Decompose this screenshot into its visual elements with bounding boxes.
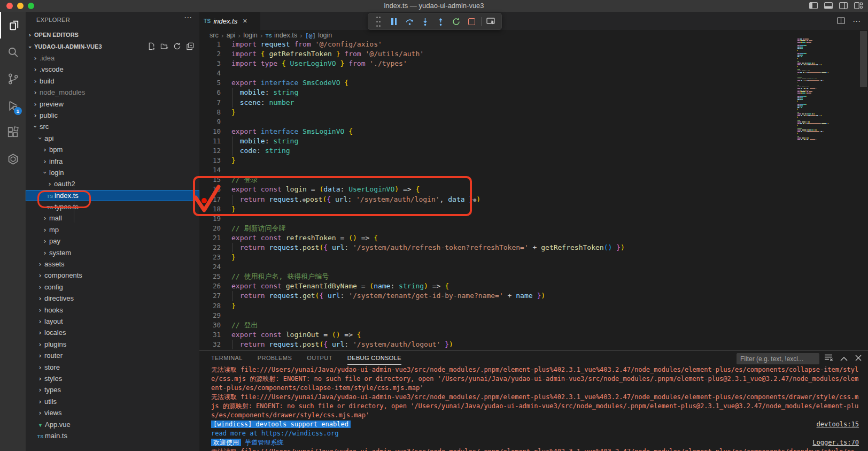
tree-item-layout[interactable]: ›layout <box>26 316 199 327</box>
tab-index-ts[interactable]: TS index.ts × <box>199 12 260 30</box>
tree-item-router[interactable]: ›router <box>26 350 199 361</box>
minimap[interactable] <box>797 39 828 141</box>
tree-item-src[interactable]: ›src <box>26 121 199 132</box>
line-number[interactable]: 30 <box>199 320 221 330</box>
tree-item--vscode[interactable]: ›.vscode <box>26 64 199 75</box>
activity-chatgpt-icon[interactable] <box>0 146 26 172</box>
line-number[interactable]: 20 <box>199 224 221 233</box>
tree-item-config[interactable]: ›config <box>26 281 199 293</box>
tree-item--idea[interactable]: ›.idea <box>26 52 199 64</box>
breadcrumb-item-src[interactable]: src <box>210 32 219 39</box>
line-number[interactable]: 13 <box>199 156 221 165</box>
line-number[interactable]: 26 <box>199 281 221 291</box>
toggle-sidebar-icon[interactable] <box>809 2 818 9</box>
line-number[interactable]: 12 <box>199 146 221 156</box>
tree-item-oauth2[interactable]: ›oauth2 <box>26 178 199 189</box>
close-tab-icon[interactable]: × <box>243 17 247 25</box>
restart-icon[interactable] <box>450 16 462 27</box>
line-number[interactable]: 6 <box>199 88 221 97</box>
more-actions-icon[interactable]: ⋯ <box>184 13 192 22</box>
line-number[interactable]: 28 <box>199 301 221 311</box>
tree-item-App-vue[interactable]: ▼App.vue <box>26 419 199 430</box>
activity-run-debug-icon[interactable]: 1 <box>0 92 26 119</box>
line-number[interactable]: 8 <box>199 108 221 117</box>
tree-item-infra[interactable]: ›infra <box>26 156 199 167</box>
breadcrumb-item-login[interactable]: login <box>243 32 257 39</box>
pause-icon[interactable] <box>388 16 400 27</box>
line-number[interactable]: 10 <box>199 127 221 136</box>
tree-item-assets[interactable]: ›assets <box>26 258 199 270</box>
tree-item-index-ts[interactable]: TSindex.ts <box>26 190 199 201</box>
project-root-section[interactable]: ›YUDAO-UI-ADMIN-VUE3 <box>26 41 199 52</box>
stop-icon[interactable] <box>466 16 477 27</box>
line-number[interactable]: 1 <box>199 40 221 49</box>
breakpoint-dot[interactable] <box>201 198 207 203</box>
split-editor-icon[interactable] <box>837 17 845 26</box>
tree-item-types[interactable]: ›types <box>26 384 199 395</box>
customize-layout-icon[interactable] <box>854 2 863 9</box>
activity-source-control-icon[interactable] <box>0 65 26 92</box>
activity-search-icon[interactable] <box>0 39 26 65</box>
tree-item-components[interactable]: ›components <box>26 270 199 281</box>
line-number[interactable]: 25 <box>199 272 221 281</box>
new-folder-icon[interactable] <box>160 42 168 50</box>
line-number[interactable]: 24 <box>199 262 221 272</box>
line-number[interactable]: 27 <box>199 291 221 301</box>
tree-item-bpm[interactable]: ›bpm <box>26 144 199 155</box>
step-into-icon[interactable] <box>419 16 431 27</box>
editor-scrollbar[interactable] <box>860 31 867 87</box>
editor-more-actions-icon[interactable]: ⋯ <box>852 17 861 26</box>
line-number[interactable]: 11 <box>199 136 221 146</box>
line-number[interactable]: 29 <box>199 311 221 320</box>
line-number[interactable]: 4 <box>199 68 221 78</box>
line-number[interactable]: 23 <box>199 253 221 262</box>
tree-item-views[interactable]: ›views <box>26 407 199 418</box>
toggle-secondary-sidebar-icon[interactable] <box>839 2 848 9</box>
open-editors-section[interactable]: ›OPEN EDITORS <box>26 29 199 41</box>
tree-item-hooks[interactable]: ›hooks <box>26 304 199 316</box>
clear-console-icon[interactable] <box>824 354 833 363</box>
tree-item-locales[interactable]: ›locales <box>26 327 199 338</box>
breadcrumb-item-login[interactable]: [@]login <box>305 32 332 39</box>
line-number[interactable]: 9 <box>199 117 221 127</box>
tree-item-types-ts[interactable]: TStypes.ts <box>26 201 199 212</box>
new-file-icon[interactable] <box>148 42 156 50</box>
tree-item-build[interactable]: ›build <box>26 75 199 87</box>
line-number[interactable]: 5 <box>199 78 221 88</box>
tree-item-system[interactable]: ›system <box>26 247 199 258</box>
line-number[interactable]: 15 <box>199 175 221 185</box>
debug-console-filter-input[interactable] <box>737 353 819 364</box>
activity-extensions-icon[interactable] <box>0 119 26 146</box>
panel-tab-terminal[interactable]: TERMINAL <box>211 351 243 365</box>
step-out-icon[interactable] <box>435 16 446 27</box>
tree-item-styles[interactable]: ›styles <box>26 373 199 384</box>
tree-item-mp[interactable]: ›mp <box>26 224 199 235</box>
line-number[interactable]: 19 <box>199 214 221 224</box>
line-number[interactable]: 31 <box>199 330 221 340</box>
source-link-Logger-ts-70[interactable]: Logger.ts:70 <box>812 438 859 447</box>
line-number[interactable]: 14 <box>199 165 221 175</box>
panel-tab-output[interactable]: OUTPUT <box>307 351 332 365</box>
tree-item-plugins[interactable]: ›plugins <box>26 339 199 350</box>
tree-item-mall[interactable]: ›mall <box>26 212 199 224</box>
line-number[interactable]: 18 <box>199 204 221 214</box>
close-panel-icon[interactable] <box>855 354 862 363</box>
source-link-devtools-15[interactable]: devtools:15 <box>817 420 859 429</box>
line-number[interactable]: 32 <box>199 340 221 349</box>
tree-item-store[interactable]: ›store <box>26 362 199 373</box>
line-number[interactable]: 7 <box>199 98 221 108</box>
panel-tab-problems[interactable]: PROBLEMS <box>258 351 292 365</box>
tree-item-public[interactable]: ›public <box>26 110 199 121</box>
line-number[interactable]: 22 <box>199 243 221 253</box>
tree-item-preview[interactable]: ›preview <box>26 98 199 110</box>
toggle-panel-icon[interactable] <box>824 2 833 9</box>
activity-explorer-icon[interactable] <box>0 12 27 39</box>
drag-gripper-icon[interactable] <box>373 16 384 27</box>
panel-tab-debug-console[interactable]: DEBUG CONSOLE <box>347 351 401 365</box>
tree-item-directives[interactable]: ›directives <box>26 293 199 304</box>
tree-item-pay[interactable]: ›pay <box>26 235 199 247</box>
line-number[interactable]: 21 <box>199 233 221 243</box>
tree-item-main-ts[interactable]: TSmain.ts <box>26 430 199 441</box>
open-debug-console-icon[interactable] <box>485 16 497 27</box>
breadcrumb-item-api[interactable]: api <box>227 32 236 39</box>
